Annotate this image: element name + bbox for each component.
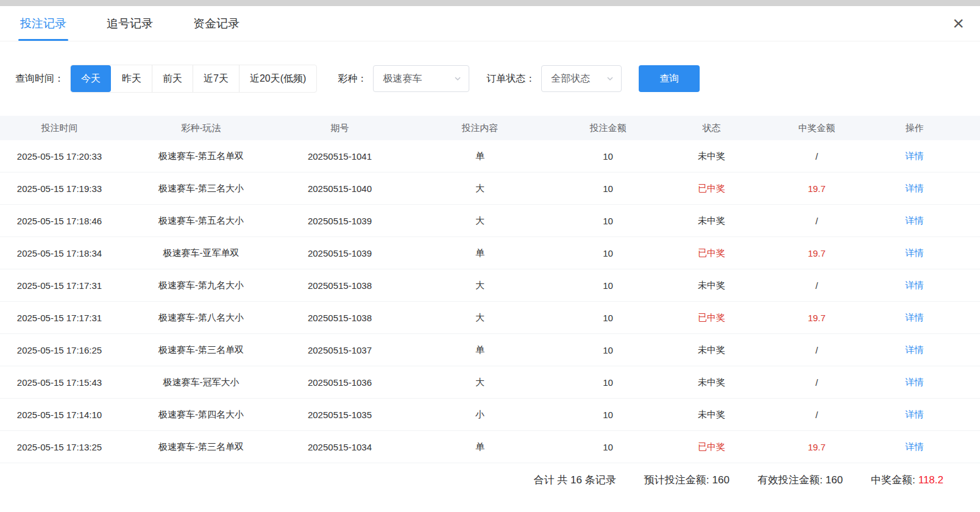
cell-bet-time: 2025-05-15 17:17:31	[0, 302, 119, 333]
table-row: 2025-05-15 17:17:31极速赛车-第八名大小20250515-10…	[0, 302, 980, 334]
lottery-select[interactable]: 极速赛车	[373, 65, 469, 92]
table-row: 2025-05-15 17:16:25极速赛车-第三名单双20250515-10…	[0, 334, 980, 366]
cell-issue-number: 20250515-1036	[283, 366, 396, 398]
detail-link[interactable]: 详情	[906, 441, 924, 453]
valid-bet-amount: 有效投注金额:160	[758, 473, 843, 487]
order-status-select[interactable]: 全部状态	[541, 65, 622, 92]
cell-prize-amount: 19.7	[771, 431, 862, 463]
cell-action: 详情	[862, 205, 980, 236]
filter-bar: 查询时间： 今天昨天前天近7天近20天(低频) 彩种： 极速赛车 订单状态： 全…	[15, 65, 980, 93]
cell-bet-amount: 10	[564, 237, 652, 269]
cell-action: 详情	[862, 140, 980, 172]
table-row: 2025-05-15 17:15:43极速赛车-冠军大小20250515-103…	[0, 366, 980, 399]
cell-bet-time: 2025-05-15 17:20:33	[0, 140, 119, 172]
cell-bet-amount: 10	[564, 399, 652, 430]
records-table: 投注时间彩种-玩法期号投注内容投注金额状态中奖金额操作 2025-05-15 1…	[0, 116, 980, 463]
cell-status: 已中奖	[652, 237, 771, 269]
cell-bet-amount: 10	[564, 334, 652, 366]
cell-issue-number: 20250515-1037	[283, 334, 396, 366]
detail-link[interactable]: 详情	[906, 377, 924, 388]
order-status-filter-label: 订单状态：	[486, 73, 535, 85]
cell-status: 已中奖	[652, 302, 771, 333]
detail-link[interactable]: 详情	[906, 280, 924, 291]
table-row: 2025-05-15 17:20:33极速赛车-第五名单双20250515-10…	[0, 140, 980, 172]
cell-action: 详情	[862, 172, 980, 204]
tab-chase-records[interactable]: 追号记录	[105, 16, 155, 41]
detail-link[interactable]: 详情	[906, 151, 924, 162]
column-header: 操作	[862, 116, 980, 140]
cell-game-play: 极速赛车-第八名大小	[119, 302, 283, 333]
cell-bet-content: 单	[396, 237, 564, 269]
cell-bet-amount: 10	[564, 431, 652, 463]
time-option-2[interactable]: 前天	[152, 65, 193, 92]
expected-bet-amount: 预计投注金额:160	[644, 473, 730, 487]
cell-bet-content: 单	[396, 431, 564, 463]
detail-link[interactable]: 详情	[906, 247, 924, 259]
cell-bet-amount: 10	[564, 269, 652, 301]
tab-fund-records[interactable]: 资金记录	[191, 16, 241, 41]
cell-game-play: 极速赛车-第三名单双	[119, 431, 283, 463]
cell-game-play: 极速赛车-冠军大小	[119, 366, 283, 398]
cell-game-play: 极速赛车-第九名大小	[119, 269, 283, 301]
table-header-row: 投注时间彩种-玩法期号投注内容投注金额状态中奖金额操作	[0, 116, 980, 140]
cell-bet-content: 大	[396, 366, 564, 398]
detail-link[interactable]: 详情	[906, 183, 924, 194]
cell-bet-content: 单	[396, 334, 564, 366]
cell-game-play: 极速赛车-第三名大小	[119, 172, 283, 204]
cell-status: 未中奖	[652, 140, 771, 172]
cell-issue-number: 20250515-1034	[283, 431, 396, 463]
cell-issue-number: 20250515-1035	[283, 399, 396, 430]
cell-prize-amount: 19.7	[771, 172, 862, 204]
time-filter-group: 今天昨天前天近7天近20天(低频)	[70, 65, 317, 93]
cell-status: 未中奖	[652, 366, 771, 398]
cell-bet-content: 大	[396, 205, 564, 236]
cell-bet-content: 单	[396, 140, 564, 172]
cell-prize-amount: 19.7	[771, 302, 862, 333]
cell-action: 详情	[862, 334, 980, 366]
detail-link[interactable]: 详情	[906, 215, 924, 227]
cell-action: 详情	[862, 269, 980, 301]
column-header: 状态	[652, 116, 771, 140]
cell-game-play: 极速赛车-第五名大小	[119, 205, 283, 236]
cell-game-play: 极速赛车-第三名单双	[119, 334, 283, 366]
time-option-4[interactable]: 近20天(低频)	[239, 65, 316, 92]
column-header: 投注金额	[564, 116, 652, 140]
table-row: 2025-05-15 17:18:34极速赛车-亚军单双20250515-103…	[0, 237, 980, 269]
total-count: 合计 共 16 条记录	[534, 473, 616, 487]
column-header: 中奖金额	[771, 116, 862, 140]
expected-bet-amount-label: 预计投注金额:	[644, 474, 709, 486]
table-row: 2025-05-15 17:13:25极速赛车-第三名单双20250515-10…	[0, 431, 980, 463]
time-option-1[interactable]: 昨天	[111, 65, 152, 92]
tab-betting-records[interactable]: 投注记录	[18, 16, 68, 41]
column-header: 投注时间	[0, 116, 119, 140]
chevron-down-icon	[606, 75, 614, 82]
cell-status: 未中奖	[652, 399, 771, 430]
cell-issue-number: 20250515-1040	[283, 172, 396, 204]
lottery-select-value: 极速赛车	[383, 73, 422, 85]
detail-link[interactable]: 详情	[906, 344, 924, 356]
cell-issue-number: 20250515-1039	[283, 205, 396, 236]
time-filter-label: 查询时间：	[15, 73, 64, 85]
close-icon[interactable]: ×	[953, 13, 964, 33]
cell-prize-amount: /	[771, 269, 862, 301]
table-row: 2025-05-15 17:18:46极速赛车-第五名大小20250515-10…	[0, 205, 980, 237]
win-amount-label: 中奖金额:	[871, 474, 915, 486]
time-option-3[interactable]: 近7天	[193, 65, 239, 92]
cell-prize-amount: 19.7	[771, 237, 862, 269]
cell-bet-time: 2025-05-15 17:13:25	[0, 431, 119, 463]
detail-link[interactable]: 详情	[906, 312, 924, 324]
order-status-select-value: 全部状态	[551, 73, 590, 85]
cell-status: 已中奖	[652, 172, 771, 204]
cell-game-play: 极速赛车-亚军单双	[119, 237, 283, 269]
time-option-0[interactable]: 今天	[71, 65, 111, 92]
detail-link[interactable]: 详情	[906, 409, 924, 421]
cell-prize-amount: /	[771, 205, 862, 236]
cell-issue-number: 20250515-1038	[283, 302, 396, 333]
chevron-down-icon	[454, 75, 461, 82]
cell-prize-amount: /	[771, 140, 862, 172]
cell-bet-time: 2025-05-15 17:17:31	[0, 269, 119, 301]
cell-bet-time: 2025-05-15 17:18:46	[0, 205, 119, 236]
cell-status: 未中奖	[652, 334, 771, 366]
cell-bet-content: 小	[396, 399, 564, 430]
search-button[interactable]: 查询	[639, 65, 700, 92]
